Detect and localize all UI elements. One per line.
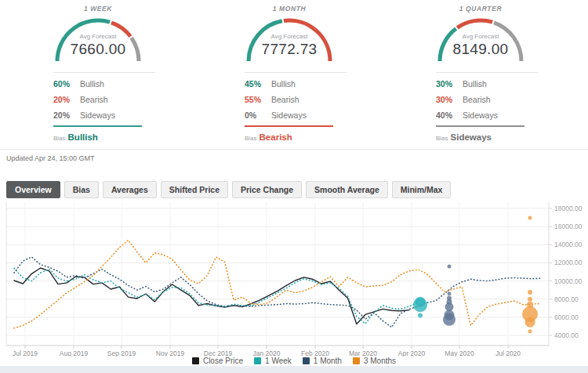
close-price-swatch: [192, 357, 199, 364]
svg-text:10000.00: 10000.00: [554, 277, 583, 285]
bias-underline: [436, 125, 524, 127]
bearish-row: 30% Bearish: [436, 92, 538, 107]
bullish-label: Bullish: [80, 79, 104, 89]
bias-label: Bias: [53, 135, 66, 142]
forecast-price-chart[interactable]: 4000.006000.008000.0010000.0012000.00140…: [0, 196, 588, 357]
sideways-row: 0% Sideways: [245, 107, 347, 123]
sideways-pct: 40%: [436, 110, 463, 120]
section-divider: [0, 149, 588, 150]
bottom-strip: [0, 366, 588, 373]
bullish-pct: 30%: [436, 79, 463, 89]
svg-text:Dec 2019: Dec 2019: [204, 349, 233, 357]
updated-timestamp: Updated Apr 24, 15:00 GMT: [6, 154, 95, 162]
bias-underline: [53, 125, 142, 127]
svg-text:4000.00: 4000.00: [554, 331, 579, 339]
svg-text:Jul 2019: Jul 2019: [13, 349, 38, 357]
svg-text:Sep 2019: Sep 2019: [107, 349, 136, 357]
bias-value: Bullish: [68, 132, 98, 142]
svg-text:14000.00: 14000.00: [554, 241, 583, 248]
sideways-pct: 0%: [245, 110, 271, 120]
one-month-swatch: [303, 357, 310, 364]
svg-text:Nov 2019: Nov 2019: [156, 349, 185, 357]
bullish-row: 45% Bullish: [245, 76, 347, 92]
svg-text:8000.00: 8000.00: [554, 295, 579, 303]
sideways-row: 40% Sideways: [436, 107, 538, 123]
bullish-pct: 45%: [245, 79, 271, 89]
bias-label: Bias: [436, 135, 448, 142]
bearish-row: 20% Bearish: [53, 92, 155, 107]
svg-text:May 2020: May 2020: [445, 349, 474, 357]
legend-label: 1 Month: [314, 357, 342, 365]
bearish-pct: 20%: [53, 95, 80, 104]
sideways-row: 20% Sideways: [53, 107, 155, 123]
svg-text:Jan 2020: Jan 2020: [253, 349, 281, 357]
svg-text:Aug 2019: Aug 2019: [60, 349, 89, 357]
panel-title: 1 MONTH: [227, 3, 352, 14]
sideways-label: Sideways: [463, 110, 498, 120]
bearish-pct: 55%: [245, 95, 271, 104]
svg-text:Jul 2020: Jul 2020: [495, 349, 521, 357]
bearish-label: Bearish: [463, 95, 491, 104]
panel-title: 1 QUARTER: [418, 3, 543, 14]
legend-label: Close Price: [203, 357, 243, 365]
sentiment-rows: 45% Bullish 55% Bearish 0% Sideways: [245, 72, 347, 123]
legend-label: 3 Months: [364, 357, 396, 365]
legend-item-1-week[interactable]: 1 Week: [254, 357, 292, 365]
avg-forecast-value: 7660.00: [35, 41, 161, 58]
bias-row: BiasSideways: [436, 132, 543, 142]
bullish-label: Bullish: [463, 79, 487, 89]
bias-value: Bearish: [260, 132, 292, 142]
avg-forecast-label: Avg Forecast: [227, 33, 352, 40]
sideways-label: Sideways: [271, 110, 307, 120]
bearish-label: Bearish: [80, 95, 108, 104]
forecast-panel-1quarter: 1 QUARTER Avg Forecast 8149.00 30% Bulli…: [418, 3, 543, 142]
bias-value: Sideways: [451, 132, 492, 142]
bias-underline: [245, 125, 333, 127]
bearish-label: Bearish: [271, 95, 299, 104]
bearish-pct: 30%: [436, 95, 463, 104]
bullish-label: Bullish: [271, 79, 296, 89]
one-week-swatch: [254, 357, 261, 364]
svg-text:Mar 2020: Mar 2020: [349, 349, 377, 357]
legend-item-close-price[interactable]: Close Price: [192, 357, 243, 365]
avg-forecast-label: Avg Forecast: [35, 33, 161, 40]
forecast-panel-1week: 1 WEEK Avg Forecast 7660.00 60% Bullish …: [35, 3, 161, 142]
svg-text:16000.00: 16000.00: [554, 223, 583, 230]
svg-text:12000.00: 12000.00: [554, 259, 583, 266]
sentiment-rows: 30% Bullish 30% Bearish 40% Sideways: [436, 72, 538, 123]
svg-text:Apr 2020: Apr 2020: [398, 349, 426, 357]
sideways-pct: 20%: [53, 110, 80, 120]
bias-label: Bias: [245, 135, 257, 142]
bearish-row: 55% Bearish: [245, 92, 347, 107]
chart-legend: Close Price 1 Week 1 Month 3 Months: [0, 357, 588, 365]
avg-forecast-value: 7772.73: [227, 41, 352, 58]
avg-forecast-label: Avg Forecast: [418, 33, 543, 40]
bullish-row: 30% Bullish: [436, 76, 538, 92]
sideways-label: Sideways: [80, 110, 115, 120]
bullish-pct: 60%: [53, 79, 80, 89]
bias-row: BiasBullish: [53, 132, 161, 142]
forecast-panel-1month: 1 MONTH Avg Forecast 7772.73 45% Bullish…: [227, 3, 352, 142]
legend-label: 1 Week: [265, 357, 292, 365]
panel-title: 1 WEEK: [35, 3, 161, 14]
svg-text:18000.00: 18000.00: [554, 205, 583, 212]
svg-text:6000.00: 6000.00: [554, 313, 579, 321]
bullish-row: 60% Bullish: [53, 76, 155, 92]
legend-item-1-month[interactable]: 1 Month: [303, 357, 342, 365]
three-months-swatch: [353, 357, 360, 364]
sentiment-rows: 60% Bullish 20% Bearish 20% Sideways: [53, 72, 155, 123]
bias-row: BiasBearish: [245, 132, 352, 142]
svg-text:Feb 2020: Feb 2020: [301, 349, 329, 357]
legend-item-3-months[interactable]: 3 Months: [353, 357, 396, 365]
avg-forecast-value: 8149.00: [418, 41, 543, 58]
